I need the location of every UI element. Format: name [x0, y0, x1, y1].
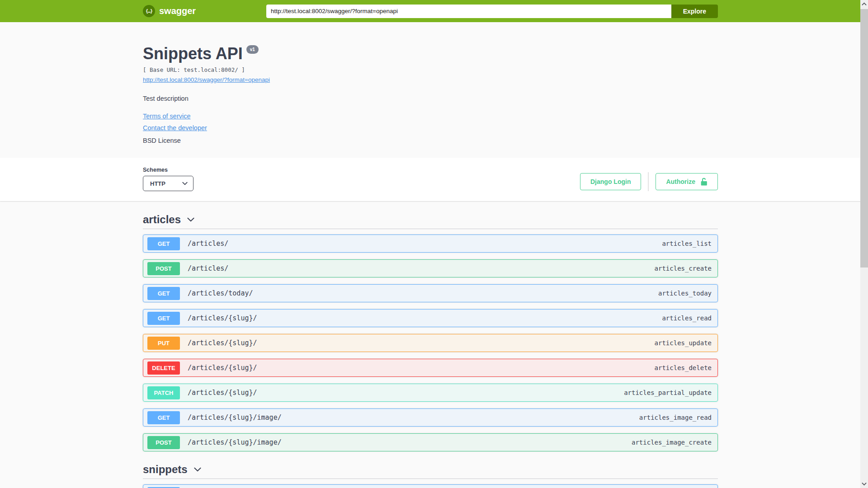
opblock-articles-update[interactable]: PUT /articles/{slug}/ articles_update: [143, 334, 718, 352]
chevron-down-icon[interactable]: [186, 215, 196, 225]
opblock-articles-image-create[interactable]: POST /articles/{slug}/image/ articles_im…: [143, 433, 718, 451]
op-path: /articles/{slug}/: [188, 364, 257, 372]
op-id: articles_create: [655, 265, 712, 272]
op-path: /articles/: [188, 264, 228, 272]
section-articles-title: articles: [143, 213, 181, 226]
method-badge: GET: [147, 411, 180, 424]
django-login-button[interactable]: Django Login: [580, 173, 641, 190]
section-snippets-header[interactable]: snippets: [143, 463, 718, 476]
op-path: /articles/today/: [188, 289, 253, 297]
op-id: articles_delete: [655, 364, 712, 371]
django-login-label: Django Login: [590, 178, 631, 185]
op-path: /articles/: [188, 239, 228, 248]
chevron-down-icon: [181, 180, 189, 187]
version-badge: v1: [246, 45, 259, 54]
topbar: {…} swagger Explore: [0, 0, 868, 22]
spec-url-input[interactable]: [266, 5, 671, 18]
swagger-logo[interactable]: {…} swagger: [143, 5, 196, 17]
license-text: BSD License: [143, 137, 718, 144]
op-path: /articles/{slug}/: [188, 314, 257, 322]
schemes-label: Schemes: [143, 167, 193, 173]
spec-link[interactable]: http://test.local:8002/swagger/?format=o…: [143, 76, 270, 83]
method-badge: POST: [147, 436, 180, 449]
section-snippets-title: snippets: [143, 463, 188, 476]
method-badge: GET: [147, 312, 180, 325]
auth-divider: [648, 172, 649, 191]
op-id: articles_image_create: [632, 439, 712, 446]
method-badge: PUT: [147, 337, 180, 350]
opblock-articles-list[interactable]: GET /articles/ articles_list: [143, 235, 718, 253]
vertical-scrollbar: [860, 0, 868, 488]
op-id: articles_update: [655, 339, 712, 347]
scroll-up-icon[interactable]: [860, 0, 868, 8]
section-divider: [143, 229, 718, 229]
chevron-down-icon[interactable]: [193, 465, 203, 474]
opblock-articles-delete[interactable]: DELETE /articles/{slug}/ articles_delete: [143, 359, 718, 377]
op-id: articles_partial_update: [624, 389, 712, 396]
base-url: [ Base URL: test.local:8002/ ]: [143, 66, 718, 73]
operations-main: articles GET /articles/ articles_list PO…: [143, 201, 718, 488]
method-badge: GET: [147, 287, 180, 300]
method-badge: POST: [147, 262, 180, 275]
api-description: Test description: [143, 95, 718, 102]
info-section: Snippets API v1 [ Base URL: test.local:8…: [143, 22, 718, 158]
op-path: /articles/{slug}/image/: [188, 438, 282, 446]
opblock-snippets-list[interactable]: GET /snippets/ snippets_list: [143, 484, 718, 488]
scroll-down-icon[interactable]: [860, 480, 868, 488]
op-id: articles_today: [658, 290, 712, 297]
opblock-articles-partial-update[interactable]: PATCH /articles/{slug}/ articles_partial…: [143, 384, 718, 402]
method-badge: PATCH: [147, 386, 180, 399]
schemes-block: Schemes HTTP: [143, 167, 193, 191]
brand-name: swagger: [159, 6, 196, 16]
section-articles-header[interactable]: articles: [143, 213, 718, 226]
op-path: /articles/{slug}/: [188, 339, 257, 347]
opblock-articles-today[interactable]: GET /articles/today/ articles_today: [143, 284, 718, 302]
scheme-selected-value: HTTP: [150, 180, 165, 187]
method-badge: GET: [147, 237, 180, 250]
scheme-select[interactable]: HTTP: [143, 176, 193, 191]
page-title: Snippets API v1: [143, 44, 259, 63]
section-snippets: snippets GET /snippets/ snippets_list: [143, 463, 718, 488]
opblock-articles-image-read[interactable]: GET /articles/{slug}/image/ articles_ima…: [143, 408, 718, 427]
scrollbar-thumb[interactable]: [860, 9, 868, 267]
contact-developer-link[interactable]: Contact the developer: [143, 124, 207, 131]
explore-button[interactable]: Explore: [671, 5, 718, 18]
spec-url-form: Explore: [266, 5, 718, 18]
opblock-articles-read[interactable]: GET /articles/{slug}/ articles_read: [143, 309, 718, 327]
lock-open-icon: [700, 178, 708, 186]
authorize-button[interactable]: Authorize: [656, 173, 718, 190]
op-id: articles_image_read: [639, 414, 712, 421]
op-id: articles_list: [662, 240, 712, 247]
opblock-articles-create[interactable]: POST /articles/ articles_create: [143, 259, 718, 277]
section-articles: articles GET /articles/ articles_list PO…: [143, 213, 718, 451]
method-badge: DELETE: [147, 361, 180, 375]
authorize-label: Authorize: [666, 178, 695, 185]
swagger-logo-icon: {…}: [143, 5, 155, 17]
section-divider: [143, 479, 718, 479]
op-id: articles_read: [662, 314, 712, 322]
scheme-container: Schemes HTTP Django Login Authorize: [0, 158, 868, 201]
op-path: /articles/{slug}/image/: [188, 413, 282, 422]
op-path: /articles/{slug}/: [188, 389, 257, 397]
api-title-text: Snippets API: [143, 44, 243, 63]
terms-of-service-link[interactable]: Terms of service: [143, 113, 191, 120]
auth-wrapper: Django Login Authorize: [580, 172, 718, 191]
